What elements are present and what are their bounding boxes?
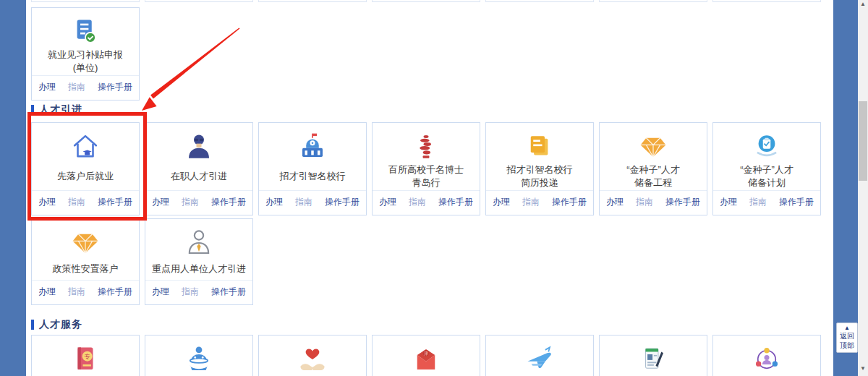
card-link-caozuoshouce[interactable]: 操作手册	[438, 196, 473, 208]
card-link-banli[interactable]: 办理	[38, 196, 56, 208]
back-to-top-label-line2: 顶部	[837, 341, 857, 350]
card-link-banli[interactable]: 办理	[720, 196, 737, 208]
card-title: 招才引智名校行	[278, 162, 348, 190]
docs-yellow-icon	[524, 132, 555, 162]
back-to-top-button[interactable]: ▲ 返回 顶部	[836, 322, 858, 353]
service-card[interactable]: 先落户后就业办理指南操作手册	[31, 122, 140, 215]
plane-blue-icon	[524, 344, 555, 375]
service-card[interactable]: 重点用人单位人才引进办理指南操作手册	[145, 218, 253, 305]
cutoff-card-bottom-edge	[712, 0, 821, 2]
service-card[interactable]: 在职人才引进办理指南操作手册	[145, 122, 253, 215]
cutoff-card-bottom-edge	[372, 0, 480, 2]
card-title: 在职人才引进	[169, 162, 229, 190]
card-links-row: 办理指南操作手册	[32, 280, 139, 304]
card-link-caozuoshouce[interactable]: 操作手册	[98, 286, 132, 298]
card-links-row: 办理指南操作手册	[32, 75, 139, 100]
person-tie-icon	[184, 228, 214, 258]
card-link-banli[interactable]: 办理	[152, 196, 169, 208]
card-link-caozuoshouce[interactable]: 操作手册	[98, 196, 132, 208]
card-title: 政策性安置落户	[51, 258, 121, 280]
talent-introduction-row-2: 政策性安置落户办理指南操作手册重点用人单位人才引进办理指南操作手册	[31, 218, 821, 305]
diamond-orange-icon	[638, 132, 668, 162]
service-card[interactable]: 招才引智名校行简历投递办理指南操作手册	[485, 122, 594, 215]
card-link-zhinan[interactable]: 指南	[68, 196, 85, 208]
scrollbar-down-arrow-icon[interactable]: ▼	[858, 364, 868, 373]
card-link-zhinan[interactable]: 指南	[749, 196, 767, 208]
people-network-icon	[752, 344, 782, 375]
card-title: 招才引智名校行简历投递	[505, 162, 575, 190]
house-grad-icon	[70, 132, 101, 162]
service-card[interactable]: 专家工作站	[145, 335, 253, 376]
card-link-caozuoshouce[interactable]: 操作手册	[779, 196, 814, 208]
section-bar	[31, 320, 34, 330]
card-link-zhinan[interactable]: 指南	[636, 196, 653, 208]
service-card[interactable]: 津技能领军人才	[372, 335, 480, 376]
service-card[interactable]: 政策性安置落户办理指南操作手册	[31, 218, 140, 305]
card-link-zhinan[interactable]: 指南	[295, 196, 312, 208]
service-card[interactable]: “金种子”人才储备工程办理指南操作手册	[599, 122, 707, 215]
card-link-banli[interactable]: 办理	[379, 196, 396, 208]
card-links-row: 办理指南操作手册	[373, 190, 480, 215]
scrollbar-thumb[interactable]	[859, 101, 867, 181]
card-link-banli[interactable]: 办理	[493, 196, 510, 208]
card-link-banli[interactable]: 办理	[38, 81, 56, 93]
card-title: “金种子”人才储备工程	[624, 162, 682, 190]
section-bar	[31, 105, 34, 115]
card-title: 先落户后就业	[55, 162, 116, 190]
talent-introduction-row-1: 先落户后就业办理指南操作手册在职人才引进办理指南操作手册招才引智名校行办理指南操…	[31, 122, 821, 209]
card-title: 重点用人单位人才引进	[150, 258, 248, 280]
service-card[interactable]: 留学回国人员	[485, 335, 594, 376]
left-blue-margin	[0, 0, 26, 376]
up-triangle-icon: ▲	[837, 325, 857, 331]
card-link-zhinan[interactable]: 指南	[68, 286, 85, 298]
card-link-caozuoshouce[interactable]: 操作手册	[552, 196, 587, 208]
card-title: “金种子”人才储备计划	[738, 162, 796, 190]
card-link-zhinan[interactable]: 指南	[68, 81, 85, 93]
card-link-caozuoshouce[interactable]: 操作手册	[325, 196, 359, 208]
cutoff-card-bottom-edge	[31, 0, 140, 2]
doc-pen-icon	[638, 344, 668, 375]
card-link-banli[interactable]: 办理	[265, 196, 283, 208]
card-link-zhinan[interactable]: 指南	[522, 196, 540, 208]
card-link-caozuoshouce[interactable]: 操作手册	[211, 286, 246, 298]
service-card[interactable]: 高层次人才服务	[258, 335, 367, 376]
content-area: 就业见习补贴申报(单位)办理指南操作手册 人才引进 先落户后就业办理指南操作手册…	[26, 0, 833, 376]
card-link-zhinan[interactable]: 指南	[182, 196, 199, 208]
svg-text:专: 专	[84, 353, 90, 360]
card-link-banli[interactable]: 办理	[38, 286, 56, 298]
card-link-caozuoshouce[interactable]: 操作手册	[211, 196, 246, 208]
service-card[interactable]: 百所高校千名博士青岛行办理指南操作手册	[372, 122, 480, 215]
card-links-row: 办理指南操作手册	[259, 190, 366, 215]
card-link-zhinan[interactable]: 指南	[409, 196, 426, 208]
section-title: 人才引进	[39, 103, 82, 116]
service-card[interactable]: 招才引智名校行办理指南操作手册	[258, 122, 367, 215]
clipboard-blue-icon	[752, 132, 782, 162]
card-links-row: 办理指南操作手册	[486, 190, 593, 215]
service-card[interactable]: 就业见习补贴申报(单位)办理指南操作手册	[31, 7, 140, 101]
scrollbar-track[interactable]: ▲ ▼	[858, 0, 868, 376]
scrollbar-up-arrow-icon[interactable]: ▲	[858, 0, 868, 9]
card-links-row: 办理指南操作手册	[600, 190, 707, 215]
section-header-talent-introduction: 人才引进	[31, 103, 821, 117]
person-navy-icon	[184, 132, 214, 162]
cutoff-card-bottom-edge	[599, 0, 707, 2]
book-red-icon: 专	[70, 344, 101, 375]
doc-check-icon	[70, 17, 101, 47]
cutoff-card-bottom-edge	[145, 0, 253, 2]
card-link-caozuoshouce[interactable]: 操作手册	[98, 81, 132, 93]
cutoff-card-bottom-edge	[485, 0, 594, 2]
card-link-zhinan[interactable]: 指南	[182, 286, 199, 298]
service-card[interactable]: 专业技术人员	[712, 335, 821, 376]
section-header-talent-services: 人才服务	[31, 317, 821, 332]
talent-services-row: 专专业技术职称业务专家工作站高层次人才服务津技能领军人才留学回国人员高层次人才专…	[31, 335, 821, 376]
service-card[interactable]: “金种子”人才储备计划办理指南操作手册	[712, 122, 821, 215]
card-link-caozuoshouce[interactable]: 操作手册	[665, 196, 700, 208]
svg-text:津: 津	[424, 351, 428, 356]
employment-cards-row: 就业见习补贴申报(单位)办理指南操作手册	[31, 7, 821, 92]
card-link-banli[interactable]: 办理	[606, 196, 624, 208]
service-card[interactable]: 高层次人才	[599, 335, 707, 376]
card-link-banli[interactable]: 办理	[152, 286, 169, 298]
red-sculpture-icon	[411, 132, 441, 162]
service-card[interactable]: 专专业技术职称业务	[31, 335, 140, 376]
cutoff-card-bottom-edge	[258, 0, 367, 2]
